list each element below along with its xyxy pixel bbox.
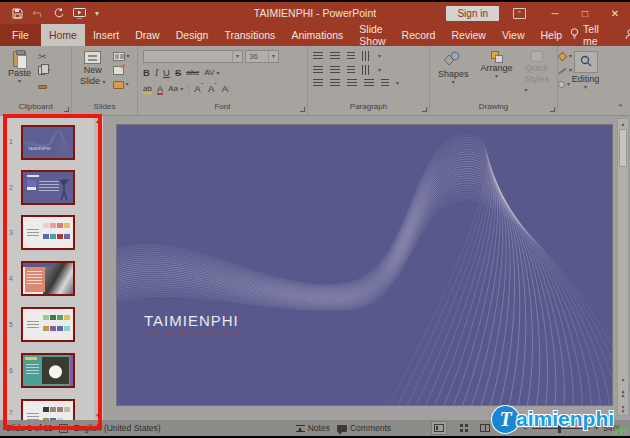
thumbnail-slide-7[interactable] (21, 399, 75, 420)
section-button[interactable]: ▾ (113, 79, 130, 90)
smartart-convert-icon[interactable] (381, 79, 389, 87)
shapes-button[interactable]: Shapes ▾ (435, 50, 472, 102)
italic-button[interactable]: I (155, 68, 158, 78)
decrease-indent-icon[interactable] (313, 66, 323, 74)
grow-font-button[interactable]: A (194, 82, 203, 94)
collapse-ribbon-icon[interactable]: ⌃ (616, 103, 624, 113)
current-slide-canvas[interactable]: TAIMIENPHI (117, 125, 612, 405)
change-case-button[interactable]: Aa ▾ (168, 84, 183, 93)
underline-button[interactable]: U (163, 67, 170, 78)
reset-button[interactable] (113, 65, 130, 76)
font-name-combo[interactable]: ▾ (143, 50, 243, 63)
shadow-button[interactable]: S (175, 67, 181, 78)
align-left-icon[interactable] (313, 79, 323, 87)
layout-button[interactable]: ▾ (113, 51, 130, 62)
quick-styles-button[interactable]: Quick Styles ▾ (522, 50, 553, 102)
family-photo (43, 263, 73, 294)
numbering-icon[interactable] (330, 52, 340, 60)
thumbnail-slide-5[interactable] (21, 307, 75, 342)
justify-icon[interactable] (364, 79, 374, 87)
font-color-button[interactable]: A (157, 83, 163, 94)
thumbnail-slide-4[interactable] (21, 261, 75, 296)
char-spacing-button[interactable]: AV ▾ (204, 68, 219, 77)
new-slide-button[interactable]: New Slide ▾ (77, 50, 109, 102)
slide-number: 6 (9, 367, 17, 374)
reading-view-button[interactable] (477, 421, 493, 435)
format-painter-button[interactable] (38, 79, 50, 90)
minimize-button[interactable]: ─ (540, 2, 570, 24)
thumbnail-slide-2[interactable] (21, 170, 75, 205)
bold-button[interactable]: B (143, 67, 150, 78)
scroll-up-icon[interactable]: ▲ (95, 118, 100, 124)
scroll-up-icon[interactable]: ▲ (618, 121, 628, 127)
align-text-icon[interactable] (362, 65, 371, 75)
accessibility-icon[interactable] (59, 424, 68, 433)
align-center-icon[interactable] (330, 79, 340, 87)
font-dialog-launcher-icon[interactable] (300, 107, 305, 112)
tab-review[interactable]: Review (443, 24, 493, 46)
strikethrough-button[interactable]: abc (186, 68, 199, 77)
tab-transitions[interactable]: Transitions (216, 24, 283, 46)
drawing-group-label: Drawing (430, 102, 557, 115)
save-icon[interactable] (12, 8, 23, 19)
paragraph-dialog-launcher-icon[interactable] (422, 107, 427, 112)
bullets-icon[interactable] (313, 52, 323, 60)
font-size-combo[interactable]: 36▾ (245, 50, 279, 63)
slide-sorter-button[interactable] (454, 421, 470, 435)
tab-view[interactable]: View (494, 24, 533, 46)
language-indicator[interactable]: English (United States) (74, 423, 161, 433)
tab-slide-show[interactable]: Slide Show (351, 24, 393, 46)
tab-insert[interactable]: Insert (85, 24, 127, 46)
slide-thumbnail-panel: 1 2 3 4 5 6 7 TAIMIENPHI (0, 116, 103, 420)
clear-formatting-button[interactable]: A (222, 83, 232, 94)
copy-button[interactable]: ▾ (38, 65, 50, 76)
thumbnail-slide-1[interactable]: TAIMIENPHI (21, 125, 75, 160)
sign-in-button[interactable]: Sign in (446, 6, 499, 21)
scroll-down-icon[interactable]: ▼ (95, 412, 100, 418)
scrollbar-thumb[interactable] (619, 129, 627, 167)
paste-button[interactable]: Paste ▾ (5, 50, 34, 102)
redo-icon[interactable] (53, 8, 64, 19)
qat-customize-icon[interactable]: ▾ (95, 9, 100, 18)
tab-design[interactable]: Design (168, 24, 217, 46)
tab-animations[interactable]: Animations (283, 24, 351, 46)
undo-icon[interactable] (32, 8, 44, 18)
tab-help[interactable]: Help (532, 24, 570, 46)
watermark-text: aimienphi (516, 407, 614, 431)
normal-view-button[interactable] (431, 421, 447, 435)
tab-file[interactable]: File (0, 24, 41, 46)
color-swatches (43, 223, 73, 228)
vertical-scrollbar[interactable]: ▲ ▼ ▲▲ ▼▼ (617, 118, 629, 416)
columns-icon[interactable] (347, 66, 355, 74)
start-slideshow-icon[interactable] (73, 8, 86, 19)
scroll-down-icon[interactable]: ▼ (618, 377, 628, 383)
maximize-button[interactable]: □ (570, 2, 600, 24)
thumbnail-slide-6[interactable] (21, 353, 75, 388)
ribbon-display-options-icon[interactable]: ⌃ (513, 8, 526, 19)
line-spacing-icon[interactable] (347, 52, 355, 60)
comments-toggle[interactable]: Comments (337, 423, 391, 433)
increase-indent-icon[interactable] (330, 66, 340, 74)
tab-home[interactable]: Home (41, 24, 85, 46)
highlight-button[interactable]: ab (143, 84, 152, 94)
close-button[interactable]: ✕ (600, 2, 630, 24)
tell-me-label[interactable]: Tell me (583, 23, 605, 47)
panel-scrollbar[interactable]: ▲ ▼ (94, 116, 102, 420)
color-swatches (43, 326, 73, 331)
search-icon (580, 55, 592, 69)
previous-slide-icon[interactable]: ▲▲ (618, 389, 628, 397)
tab-draw[interactable]: Draw (127, 24, 168, 46)
slide-title-text[interactable]: TAIMIENPHI (144, 312, 239, 329)
tab-record[interactable]: Record (394, 24, 444, 46)
color-swatches (43, 407, 73, 412)
cut-button[interactable]: ✂ (38, 51, 50, 62)
align-right-icon[interactable] (347, 79, 357, 87)
text-direction-icon[interactable] (362, 51, 371, 61)
drawing-dialog-launcher-icon[interactable] (550, 107, 555, 112)
arrange-button[interactable]: Arrange ▾ (478, 50, 516, 102)
shrink-font-button[interactable]: A (208, 82, 217, 94)
clipboard-dialog-launcher-icon[interactable] (64, 107, 69, 112)
editing-button[interactable]: Editing ▾ (569, 50, 603, 102)
thumbnail-slide-3[interactable] (21, 215, 75, 250)
notes-toggle[interactable]: Notes (296, 423, 330, 433)
